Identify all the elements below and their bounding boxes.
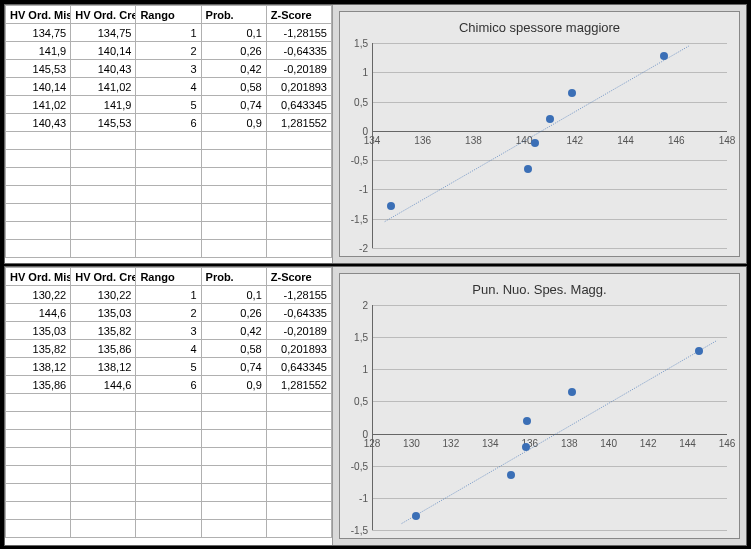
cell-empty: [266, 484, 331, 502]
data-point: [531, 139, 539, 147]
y-tick-label: -0,5: [351, 460, 372, 471]
cell-empty: [201, 240, 266, 258]
cell-empty: [201, 448, 266, 466]
cell: 0,9: [201, 114, 266, 132]
panel-1: HV Ord. Mis.HV Ord. Cres.RangoProb.Z-Sco…: [4, 266, 747, 546]
cell-empty: [266, 240, 331, 258]
x-tick-label: 140: [600, 438, 617, 449]
cell: 1: [136, 24, 201, 42]
cell: -0,64335: [266, 304, 331, 322]
cell-empty: [71, 484, 136, 502]
cell-empty: [201, 484, 266, 502]
cell: 0,74: [201, 96, 266, 114]
col-header: Z-Score: [266, 6, 331, 24]
cell: 0,42: [201, 322, 266, 340]
cell-empty: [201, 394, 266, 412]
cell-empty: [201, 168, 266, 186]
y-tick-label: -1: [359, 184, 372, 195]
cell: 0,74: [201, 358, 266, 376]
cell-empty: [136, 520, 201, 538]
cell: 1: [136, 286, 201, 304]
cell: 140,43: [6, 114, 71, 132]
cell-empty: [136, 394, 201, 412]
data-point: [522, 443, 530, 451]
cell: 141,9: [71, 96, 136, 114]
cell-empty: [136, 502, 201, 520]
cell-empty: [6, 222, 71, 240]
cell-empty: [6, 520, 71, 538]
x-tick-label: 128: [364, 438, 381, 449]
cell-empty: [136, 222, 201, 240]
table-wrap: HV Ord. Mis.HV Ord. Cres.RangoProb.Z-Sco…: [5, 267, 333, 545]
cell-empty: [6, 168, 71, 186]
cell: 0,26: [201, 42, 266, 60]
x-tick-label: 138: [561, 438, 578, 449]
cell-empty: [6, 186, 71, 204]
cell: 0,1: [201, 24, 266, 42]
col-header: Prob.: [201, 268, 266, 286]
cell-empty: [136, 448, 201, 466]
cell: 135,03: [71, 304, 136, 322]
cell-empty: [136, 150, 201, 168]
cell-empty: [266, 502, 331, 520]
cell-empty: [6, 448, 71, 466]
cell-empty: [71, 222, 136, 240]
data-point: [568, 89, 576, 97]
cell: 5: [136, 96, 201, 114]
cell: 135,82: [71, 322, 136, 340]
data-table: HV Ord. Mis.HV Ord. Cres.RangoProb.Z-Sco…: [5, 267, 332, 538]
cell: 4: [136, 78, 201, 96]
chart-wrap: Chimico spessore maggiore-2-1,5-1-0,500,…: [333, 5, 746, 263]
cell-empty: [201, 186, 266, 204]
cell: 130,22: [6, 286, 71, 304]
cell: 141,02: [71, 78, 136, 96]
cell: 6: [136, 376, 201, 394]
cell: 0,643345: [266, 96, 331, 114]
cell: 0,58: [201, 78, 266, 96]
cell-empty: [136, 132, 201, 150]
col-header: HV Ord. Cres.: [71, 268, 136, 286]
chart-wrap: Pun. Nuo. Spes. Magg.-1,5-1-0,500,511,52…: [333, 267, 746, 545]
cell: 134,75: [71, 24, 136, 42]
cell: -1,28155: [266, 286, 331, 304]
cell: -1,28155: [266, 24, 331, 42]
cell: 0,26: [201, 304, 266, 322]
cell: 2: [136, 304, 201, 322]
cell-empty: [71, 502, 136, 520]
y-tick-label: 0,5: [354, 96, 372, 107]
cell: 3: [136, 60, 201, 78]
data-point: [546, 115, 554, 123]
cell-empty: [136, 412, 201, 430]
cell-empty: [71, 132, 136, 150]
cell: 140,14: [6, 78, 71, 96]
cell: -0,20189: [266, 60, 331, 78]
cell-empty: [266, 204, 331, 222]
cell-empty: [71, 430, 136, 448]
x-tick-label: 146: [719, 438, 736, 449]
y-tick-label: 2: [362, 300, 372, 311]
cell: 0,1: [201, 286, 266, 304]
cell: 0,9: [201, 376, 266, 394]
y-tick-label: 0,5: [354, 396, 372, 407]
x-tick-label: 142: [567, 135, 584, 146]
cell: 0,42: [201, 60, 266, 78]
cell-empty: [6, 484, 71, 502]
cell: 0,201893: [266, 340, 331, 358]
cell-empty: [266, 168, 331, 186]
chart-frame: Pun. Nuo. Spes. Magg.-1,5-1-0,500,511,52…: [339, 273, 740, 539]
cell-empty: [136, 430, 201, 448]
cell-empty: [201, 150, 266, 168]
cell-empty: [71, 466, 136, 484]
y-tick-label: 1: [362, 364, 372, 375]
cell: 1,281552: [266, 376, 331, 394]
cell-empty: [136, 484, 201, 502]
cell: 0,201893: [266, 78, 331, 96]
cell: 141,9: [6, 42, 71, 60]
col-header: Z-Score: [266, 268, 331, 286]
cell-empty: [71, 150, 136, 168]
cell-empty: [266, 448, 331, 466]
svg-line-1: [402, 340, 718, 523]
cell: 2: [136, 42, 201, 60]
x-tick-label: 144: [617, 135, 634, 146]
x-tick-label: 148: [719, 135, 736, 146]
